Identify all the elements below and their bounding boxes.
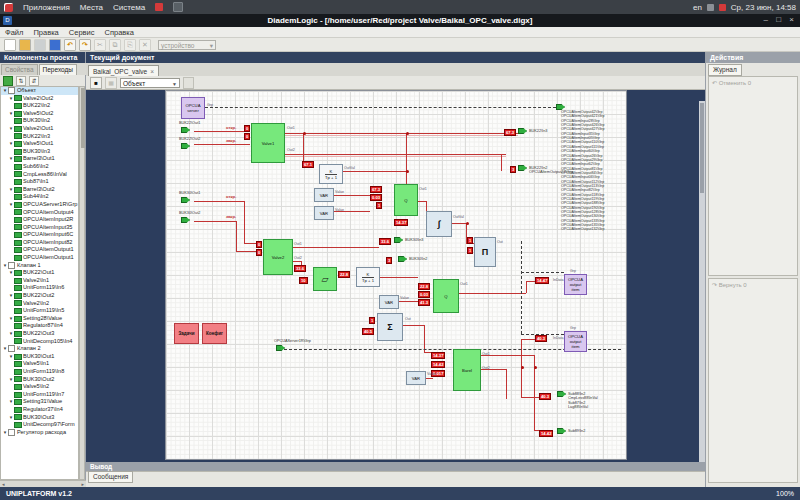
tree-item[interactable]: ▾BUK30\Out2 — [1, 376, 78, 384]
diagram-block-q[interactable]: Q — [394, 184, 418, 216]
open-document-icon[interactable] — [19, 39, 31, 51]
grid-button[interactable]: ▦ — [105, 77, 117, 89]
menu-places[interactable]: Места — [80, 3, 103, 12]
tree-item[interactable]: UnitForm119\In6 — [1, 284, 78, 292]
minimize-button[interactable]: – — [764, 15, 771, 24]
tree-item[interactable]: ▾Setting31\Value — [1, 398, 78, 406]
tree-item[interactable]: ▾OPCUAServer1R\Grp — [1, 201, 78, 209]
tree-item[interactable]: ▾BUK30\Out3 — [1, 414, 78, 422]
menu-service[interactable]: Сервис — [69, 28, 95, 37]
tray-alert-icon[interactable] — [719, 4, 726, 11]
tree-item[interactable]: Sub44\In2 — [1, 193, 78, 201]
diagram-block-[interactable]: Σ — [377, 313, 403, 341]
tab-transitions[interactable]: Переходы — [39, 64, 78, 75]
tree-item[interactable]: UnitForm119\In8 — [1, 368, 78, 376]
diagram-block-[interactable]: ▱ — [313, 267, 337, 291]
tree-item[interactable]: BUK30\In2 — [1, 117, 78, 125]
tree-checkbox[interactable] — [8, 429, 15, 436]
tree-item[interactable]: OPCUAItemInput35 — [1, 224, 78, 232]
tree-horizontal-scrollbar[interactable]: ◂▸ — [0, 480, 86, 487]
connector[interactable] — [181, 143, 190, 149]
tree-item[interactable]: Regulator87\In4 — [1, 322, 78, 330]
diagram-block-конфиг[interactable]: Конфиг — [202, 323, 227, 344]
tree-item[interactable]: Valve5\In2 — [1, 383, 78, 391]
tree-item[interactable]: BUK22\In2 — [1, 102, 78, 110]
diagram-block-[interactable]: Π — [474, 237, 496, 267]
cut-icon[interactable]: ✂ — [94, 39, 106, 51]
tree-item[interactable]: ▾Valve5\Out2 — [1, 110, 78, 118]
diagram-block-var[interactable]: VAR — [379, 295, 399, 309]
tree-item[interactable]: ▾Valve5\Out1 — [1, 140, 78, 148]
tree-item[interactable]: ▾Valve2\Out2 — [1, 95, 78, 103]
tree-item[interactable]: Sub66\In2 — [1, 163, 78, 171]
diagram-block-q[interactable]: Q — [433, 279, 459, 313]
tab-messages[interactable]: Сообщения — [88, 471, 133, 483]
diagram-block-[interactable]: ∫ — [426, 211, 452, 237]
connector[interactable] — [181, 217, 190, 223]
diagram-block-valve1[interactable]: Valve1 — [251, 123, 285, 163]
tree-item[interactable]: ▾Клапан 1 — [1, 262, 78, 270]
connector[interactable] — [518, 165, 527, 171]
diagram-block-k[interactable]: KTp + 1 — [319, 164, 343, 184]
diagram-block-k[interactable]: KTp + 1 — [356, 267, 380, 287]
device-combo[interactable]: устройство▾ — [158, 40, 216, 50]
diagram-block-var[interactable]: VAR — [314, 188, 334, 202]
diagram-sheet[interactable]: OPCUAserverValve1KTp + 1VARVARQ∫ΠValve2▱… — [165, 90, 627, 460]
tree-item[interactable]: Regulator37\In4 — [1, 406, 78, 414]
tree-item[interactable]: ▾Setting28\Value — [1, 315, 78, 323]
document-tab[interactable]: Baikal_OPC_valve× — [88, 65, 159, 76]
distro-logo-icon[interactable] — [4, 3, 13, 12]
diagram-block-var[interactable]: VAR — [314, 206, 334, 220]
diagram-canvas[interactable]: OPCUAserverValve1KTp + 1VARVARQ∫ΠValve2▱… — [86, 90, 699, 462]
diagram-block-valve2[interactable]: Valve2 — [263, 239, 293, 275]
menu-help[interactable]: Справка — [104, 28, 133, 37]
undo-history-item[interactable]: ↶ Отменить 0 — [709, 77, 797, 88]
connector[interactable] — [276, 345, 285, 351]
diagram-block-задачи[interactable]: Задачи — [174, 323, 199, 344]
connector[interactable] — [518, 128, 527, 134]
collapse-all-icon[interactable]: ⇵ — [29, 76, 39, 86]
tree-item[interactable]: BUK22\In3 — [1, 133, 78, 141]
tree-item[interactable]: UnitForm119\In5 — [1, 307, 78, 315]
maximize-button[interactable]: □ — [776, 15, 784, 24]
tree-item[interactable]: OPCUAItemOutput1 — [1, 254, 78, 262]
stop-button[interactable]: ■ — [90, 77, 102, 89]
redo-history-item[interactable]: ↷ Вернуть 0 — [709, 279, 797, 290]
expand-all-icon[interactable]: ⇅ — [16, 76, 26, 86]
tree-item[interactable]: OPCUAItemInput82 — [1, 239, 78, 247]
tree-item[interactable]: ▾BUK22\Out1 — [1, 269, 78, 277]
connector[interactable] — [181, 127, 190, 133]
diagram-block-opcua[interactable]: OPCUAoutputitem — [564, 331, 587, 352]
connector[interactable] — [181, 197, 190, 203]
tree-item[interactable]: ▾Valve2\Out1 — [1, 125, 78, 133]
diagram-block-opcua[interactable]: OPCUAoutputitem — [564, 274, 587, 295]
tree-item[interactable]: UnitDecomp105\In4 — [1, 338, 78, 346]
tree-checkbox[interactable] — [8, 262, 15, 269]
menu-edit[interactable]: Правка — [33, 28, 58, 37]
undo-icon[interactable]: ↶ — [64, 39, 76, 51]
filter-icon[interactable] — [3, 76, 13, 86]
tree-item[interactable]: CmpLess86\InVal — [1, 171, 78, 179]
new-document-icon[interactable] — [4, 39, 16, 51]
connector[interactable] — [557, 391, 566, 397]
diagram-block-var[interactable]: VAR — [406, 371, 426, 385]
tree-item[interactable]: UnitForm119\In7 — [1, 391, 78, 399]
tree-item[interactable]: ▾Объект — [1, 87, 78, 95]
tree-item[interactable]: ▾Barrel3\Out2 — [1, 186, 78, 194]
menu-system[interactable]: Система — [113, 3, 145, 12]
tree-item[interactable]: ▾Клапан 2 — [1, 345, 78, 353]
tree-item[interactable]: Sub87\In1 — [1, 178, 78, 186]
save-all-icon[interactable] — [49, 39, 61, 51]
diagram-block-barel[interactable]: Barel — [453, 349, 481, 391]
tab-properties[interactable]: Свойства — [1, 64, 38, 75]
tab-journal[interactable]: Журнал — [708, 64, 742, 76]
menu-file[interactable]: Файл — [5, 28, 23, 37]
keyboard-layout-indicator[interactable]: en — [693, 3, 702, 12]
launcher-icon-terminal[interactable] — [173, 2, 183, 12]
redo-icon[interactable]: ↷ — [79, 39, 91, 51]
save-icon[interactable] — [34, 39, 46, 51]
close-button[interactable]: × — [789, 15, 797, 24]
connector[interactable] — [557, 428, 566, 434]
tree-item[interactable]: ▾BUK22\Out3 — [1, 330, 78, 338]
tree-item[interactable]: UnitDecomp97\Form — [1, 421, 78, 429]
